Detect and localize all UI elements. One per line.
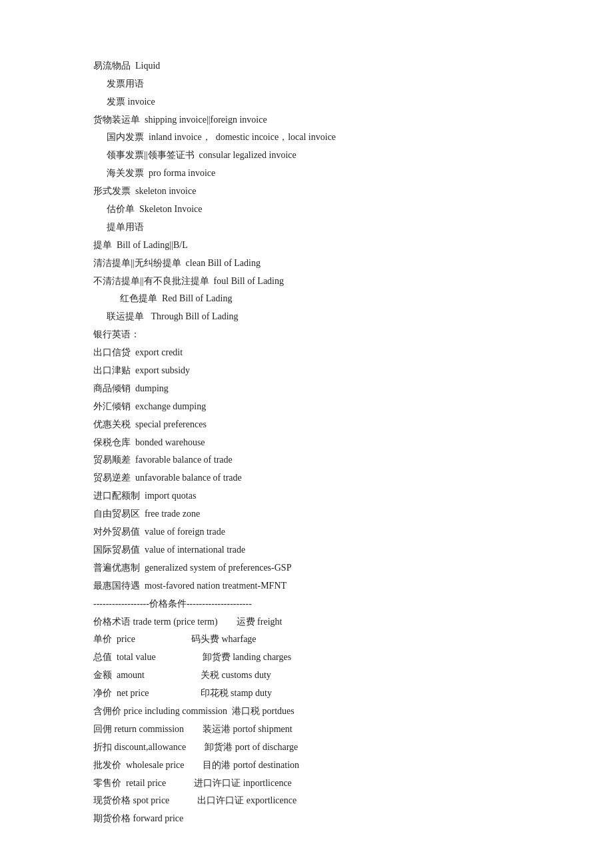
text-line: 提单用语: [107, 219, 533, 236]
text-line: 零售价 retail price 进口许口证 inportlicence: [93, 775, 533, 792]
text-line: 出口津贴 export subsidy: [93, 362, 533, 379]
text-line: 价格术语 trade term (price term) 运费 freight: [93, 613, 533, 631]
text-line: 净价 net price 印花税 stamp duty: [93, 685, 533, 702]
text-line: 贸易顺差 favorable balance of trade: [93, 451, 533, 469]
text-line: ------------------价格条件------------------…: [93, 595, 533, 613]
text-line: 贸易逆差 unfavorable balance of trade: [93, 469, 533, 487]
text-line: 海关发票 pro forma invoice: [107, 165, 533, 182]
text-line: 普遍优惠制 generalized system of preferences-…: [93, 559, 533, 577]
text-line: 形式发票 skeleton invoice: [93, 183, 533, 200]
text-line: 含佣价 price including commission 港口税 portd…: [93, 703, 533, 720]
text-line: 发票 invoice: [107, 93, 533, 111]
text-line: 提单 Bill of Lading||B/L: [93, 237, 533, 254]
text-line: 红色提单 Red Bill of Lading: [120, 290, 533, 307]
text-line: 联运提单 Through Bill of Lading: [107, 308, 533, 325]
text-line: 外汇倾销 exchange dumping: [93, 398, 533, 415]
text-line: 自由贸易区 free trade zone: [93, 505, 533, 523]
text-line: 领事发票||领事签证书 consular legalized invoice: [107, 147, 533, 164]
text-line: 总值 total value 卸货费 landing charges: [93, 649, 533, 666]
text-line: 估价单 Skeleton Invoice: [107, 201, 533, 218]
text-line: 发票用语: [107, 75, 533, 93]
main-content: 易流物品 Liquid发票用语发票 invoice货物装运单 shipping …: [93, 40, 533, 827]
text-line: 批发价 wholesale price 目的港 portof destinati…: [93, 757, 533, 774]
text-line: 国际贸易值 value of international trade: [93, 541, 533, 559]
text-line: 出口信贷 export credit: [93, 344, 533, 361]
text-line: 保税仓库 bonded warehouse: [93, 434, 533, 451]
text-line: 金额 amount 关税 customs duty: [93, 667, 533, 684]
text-line: 银行英语：: [93, 326, 533, 343]
text-line: 期货价格 forward price: [93, 810, 533, 827]
text-line: 货物装运单 shipping invoice||foreign invoice: [93, 111, 533, 129]
text-line: 折扣 discount,allowance 卸货港 port of discha…: [93, 739, 533, 756]
text-line: 清洁提单||无纠纷提单 clean Bill of Lading: [93, 255, 533, 272]
text-line: 优惠关税 special preferences: [93, 416, 533, 433]
text-line: 回佣 return commission 装运港 portof shipment: [93, 721, 533, 738]
text-line: 对外贸易值 value of foreign trade: [93, 523, 533, 541]
text-line: 不清洁提单||有不良批注提单 foul Bill of Lading: [93, 273, 533, 290]
text-line: 商品倾销 dumping: [93, 380, 533, 397]
text-line: 进口配额制 import quotas: [93, 487, 533, 505]
text-line: 现货价格 spot price 出口许口证 exportlicence: [93, 792, 533, 809]
text-line: 国内发票 inland invoice， domestic incoice，lo…: [107, 129, 533, 146]
text-line: 易流物品 Liquid: [93, 57, 533, 75]
text-line: 最惠国待遇 most-favored nation treatment-MFNT: [93, 577, 533, 595]
text-line: 单价 price 码头费 wharfage: [93, 631, 533, 648]
